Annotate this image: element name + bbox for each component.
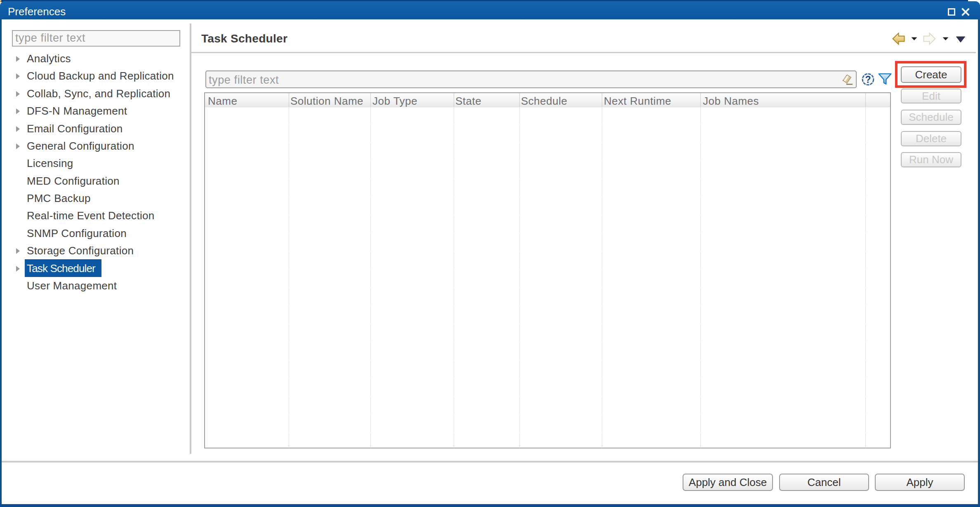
svg-text:?: ? bbox=[865, 74, 871, 85]
